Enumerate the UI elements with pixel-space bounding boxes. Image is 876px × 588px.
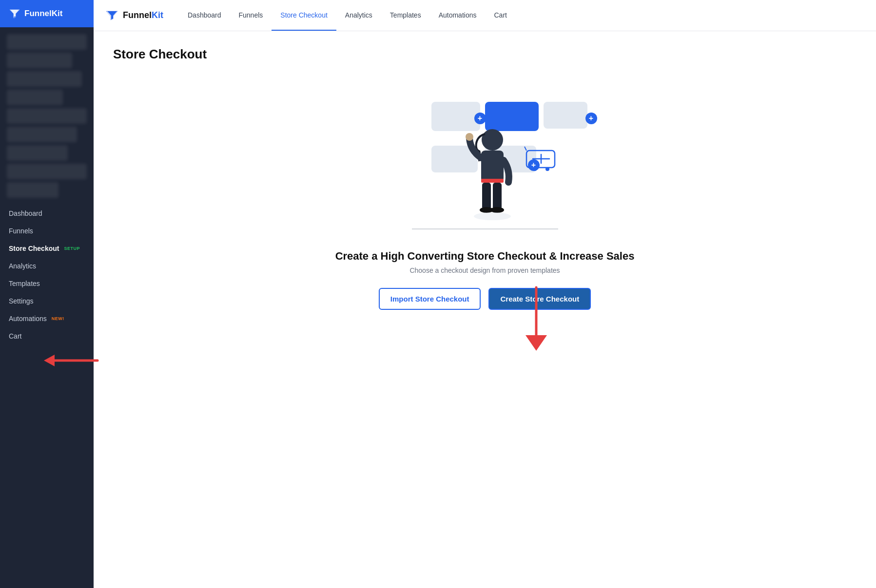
center-area: + + + bbox=[113, 87, 857, 310]
plus-icon-1: + bbox=[474, 113, 486, 124]
sidebar-brand[interactable]: FunnelKit bbox=[0, 0, 94, 27]
topnav-link-automations[interactable]: Automations bbox=[430, 0, 486, 31]
sidebar-item-funnels-label: Funnels bbox=[9, 227, 33, 235]
illus-card-tr bbox=[544, 102, 587, 129]
svg-rect-4 bbox=[481, 151, 504, 182]
main-content: FunnelKit Dashboard Funnels Store Checko… bbox=[94, 0, 876, 588]
store-checkout-setup-badge: SETUP bbox=[64, 246, 80, 251]
person-figure bbox=[456, 126, 514, 228]
main-subheadline: Choose a checkout design from proven tem… bbox=[409, 266, 560, 274]
sidebar-item-automations-label: Automations bbox=[9, 315, 47, 322]
topnav-link-dashboard[interactable]: Dashboard bbox=[179, 0, 230, 31]
topnav-link-templates[interactable]: Templates bbox=[381, 0, 430, 31]
svg-point-9 bbox=[490, 207, 504, 213]
topnav-brand-name: FunnelKit bbox=[123, 10, 163, 20]
sidebar-nav: Dashboard Funnels Store Checkout SETUP A… bbox=[0, 201, 94, 349]
svg-point-3 bbox=[482, 129, 503, 151]
sidebar-item-templates[interactable]: Templates bbox=[0, 275, 94, 292]
sidebar-brand-name: FunnelKit bbox=[24, 9, 62, 19]
svg-point-2 bbox=[545, 167, 549, 171]
main-headline: Create a High Converting Store Checkout … bbox=[335, 250, 635, 263]
top-navigation: FunnelKit Dashboard Funnels Store Checko… bbox=[94, 0, 876, 31]
topnav-logo-icon bbox=[105, 9, 119, 22]
page-title: Store Checkout bbox=[113, 47, 207, 62]
sidebar-item-settings-label: Settings bbox=[9, 297, 34, 305]
topnav-link-store-checkout[interactable]: Store Checkout bbox=[272, 0, 336, 31]
sidebar-blurred-section bbox=[0, 27, 94, 201]
hero-illustration: + + + bbox=[402, 87, 568, 238]
sidebar-item-settings[interactable]: Settings bbox=[0, 292, 94, 310]
svg-point-10 bbox=[466, 133, 473, 141]
action-buttons: Import Store Checkout Create Store Check… bbox=[379, 288, 591, 310]
svg-point-11 bbox=[474, 212, 511, 220]
create-store-checkout-button[interactable]: Create Store Checkout bbox=[488, 288, 591, 310]
topnav-link-analytics[interactable]: Analytics bbox=[336, 0, 381, 31]
sidebar-item-cart-label: Cart bbox=[9, 332, 21, 340]
topnav-links: Dashboard Funnels Store Checkout Analyti… bbox=[179, 0, 516, 31]
svg-rect-7 bbox=[493, 183, 502, 209]
automations-new-badge: NEW! bbox=[52, 316, 64, 321]
sidebar: FunnelKit Dashboard Funnels Store Checko… bbox=[0, 0, 94, 588]
plus-icon-2: + bbox=[585, 113, 597, 124]
funnelkit-logo-icon bbox=[9, 8, 20, 19]
svg-rect-6 bbox=[482, 183, 491, 209]
sidebar-item-cart[interactable]: Cart bbox=[0, 327, 94, 345]
sidebar-item-automations[interactable]: Automations NEW! bbox=[0, 310, 94, 327]
topnav-link-funnels[interactable]: Funnels bbox=[230, 0, 272, 31]
import-store-checkout-button[interactable]: Import Store Checkout bbox=[379, 288, 481, 310]
topnav-logo[interactable]: FunnelKit bbox=[105, 9, 163, 22]
cart-icon bbox=[524, 146, 558, 172]
sidebar-item-dashboard[interactable]: Dashboard bbox=[0, 205, 94, 222]
sidebar-item-dashboard-label: Dashboard bbox=[9, 209, 42, 217]
sidebar-item-analytics-label: Analytics bbox=[9, 262, 36, 270]
sidebar-item-store-checkout-label: Store Checkout bbox=[9, 245, 59, 252]
page-content: Store Checkout + + + bbox=[94, 31, 876, 588]
svg-point-1 bbox=[533, 167, 537, 171]
sidebar-item-templates-label: Templates bbox=[9, 280, 40, 287]
sidebar-item-store-checkout[interactable]: Store Checkout SETUP bbox=[0, 240, 94, 257]
ground-line bbox=[412, 228, 558, 229]
topnav-link-cart[interactable]: Cart bbox=[485, 0, 515, 31]
svg-rect-5 bbox=[481, 179, 504, 183]
sidebar-item-funnels[interactable]: Funnels bbox=[0, 222, 94, 240]
sidebar-item-analytics[interactable]: Analytics bbox=[0, 257, 94, 275]
